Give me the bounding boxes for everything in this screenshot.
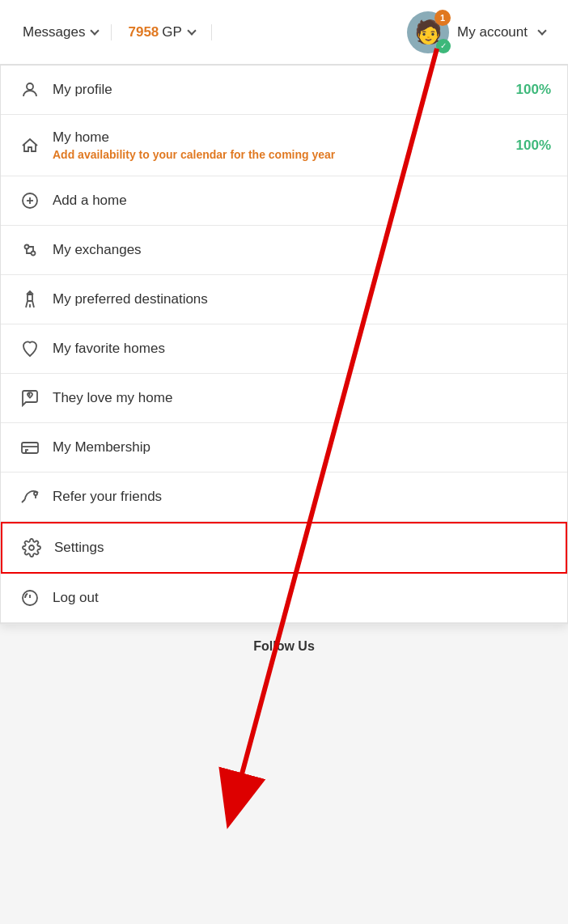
membership-label: My Membership bbox=[53, 439, 551, 456]
header: Messages 7958 GP 🧑 1 ✓ My account bbox=[0, 0, 568, 65]
menu-item-content: Add a home bbox=[53, 193, 551, 209]
profile-icon bbox=[17, 80, 43, 100]
messages-chevron-icon bbox=[91, 26, 100, 35]
my-profile-percent: 100% bbox=[516, 82, 551, 98]
logout-label: Log out bbox=[53, 590, 551, 606]
svg-rect-11 bbox=[22, 443, 38, 453]
menu-item-logout[interactable]: Log out bbox=[1, 574, 567, 623]
refer-icon bbox=[17, 487, 43, 507]
follow-us-label: Follow Us bbox=[253, 639, 315, 653]
menu-item-content: My profile bbox=[53, 82, 516, 98]
menu-item-content: Settings bbox=[54, 540, 549, 556]
favorite-icon bbox=[17, 339, 43, 358]
my-home-percent: 100% bbox=[516, 138, 551, 154]
my-profile-label: My profile bbox=[53, 82, 516, 98]
verified-badge-icon: ✓ bbox=[436, 39, 451, 53]
menu-item-my-home[interactable]: My home Add availability to your calenda… bbox=[1, 115, 567, 176]
gp-unit: GP bbox=[162, 24, 182, 40]
preferred-destinations-label: My preferred destinations bbox=[53, 291, 551, 307]
menu-item-content: My home Add availability to your calenda… bbox=[53, 129, 516, 161]
logout-icon bbox=[17, 588, 43, 608]
follow-us: Follow Us bbox=[0, 624, 568, 668]
menu-item-settings[interactable]: Settings bbox=[1, 522, 567, 574]
svg-point-16 bbox=[29, 545, 34, 550]
menu-item-content: Refer your friends bbox=[53, 489, 551, 505]
my-home-label: My home bbox=[53, 129, 516, 146]
exchanges-icon bbox=[17, 240, 43, 260]
svg-rect-8 bbox=[28, 295, 32, 301]
menu-item-content: My favorite homes bbox=[53, 341, 551, 357]
menu-item-content: They love my home bbox=[53, 390, 551, 406]
favorite-homes-label: My favorite homes bbox=[53, 341, 551, 357]
membership-icon bbox=[17, 438, 43, 457]
menu-item-content: My preferred destinations bbox=[53, 291, 551, 307]
svg-line-9 bbox=[26, 301, 28, 307]
gp-value: 7958 bbox=[128, 24, 159, 40]
account-label: My account bbox=[457, 24, 528, 40]
add-home-icon bbox=[17, 191, 43, 210]
menu-item-add-home[interactable]: Add a home bbox=[1, 176, 567, 226]
refer-friends-label: Refer your friends bbox=[53, 489, 551, 505]
account-chevron-icon bbox=[537, 26, 546, 35]
add-home-label: Add a home bbox=[53, 193, 551, 209]
menu-item-content: Log out bbox=[53, 590, 551, 606]
menu-item-content: My Membership bbox=[53, 439, 551, 456]
menu-item-they-love-home[interactable]: They love my home bbox=[1, 374, 567, 423]
home-icon bbox=[17, 136, 43, 155]
gp-nav[interactable]: 7958 GP bbox=[111, 24, 211, 40]
menu-item-refer-friends[interactable]: Refer your friends bbox=[1, 473, 567, 522]
settings-label: Settings bbox=[54, 540, 549, 556]
destinations-icon bbox=[17, 290, 43, 309]
svg-line-10 bbox=[32, 301, 34, 307]
messages-label: Messages bbox=[23, 24, 85, 40]
love-home-icon bbox=[17, 388, 43, 408]
menu-item-favorite-homes[interactable]: My favorite homes bbox=[1, 324, 567, 374]
account-nav[interactable]: 🧑 1 ✓ My account bbox=[394, 11, 558, 53]
avatar-wrapper: 🧑 1 ✓ bbox=[407, 11, 449, 53]
menu-item-content: My exchanges bbox=[53, 242, 551, 258]
svg-point-5 bbox=[32, 252, 36, 256]
my-exchanges-label: My exchanges bbox=[53, 242, 551, 258]
my-home-sublabel: Add availability to your calendar for th… bbox=[53, 148, 516, 161]
messages-nav[interactable]: Messages bbox=[10, 24, 111, 40]
svg-point-0 bbox=[27, 83, 33, 90]
svg-point-15 bbox=[34, 492, 37, 495]
menu-item-my-profile[interactable]: My profile 100% bbox=[1, 66, 567, 115]
account-dropdown: My profile 100% My home Add availability… bbox=[0, 65, 568, 624]
notification-badge: 1 bbox=[434, 10, 451, 26]
gp-chevron-icon bbox=[187, 26, 196, 35]
menu-item-my-exchanges[interactable]: My exchanges bbox=[1, 226, 567, 275]
menu-item-preferred-destinations[interactable]: My preferred destinations bbox=[1, 275, 567, 324]
settings-icon bbox=[19, 538, 45, 557]
menu-item-membership[interactable]: My Membership bbox=[1, 423, 567, 473]
they-love-home-label: They love my home bbox=[53, 390, 551, 406]
svg-point-4 bbox=[25, 245, 29, 249]
